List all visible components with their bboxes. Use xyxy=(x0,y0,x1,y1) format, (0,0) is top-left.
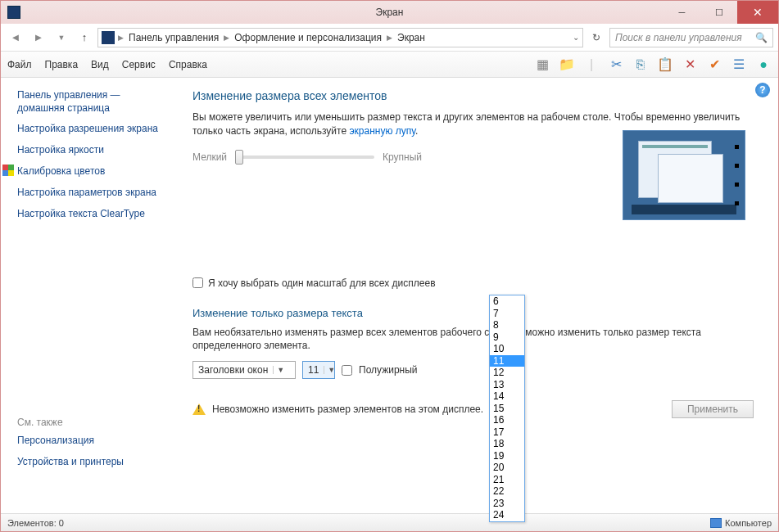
font-size-option[interactable]: 9 xyxy=(490,331,524,344)
sidebar-link-calibration[interactable]: Калибровка цветов xyxy=(17,165,165,178)
window-title: Экран xyxy=(376,7,404,18)
apply-button[interactable]: Применить xyxy=(672,400,754,418)
font-size-option[interactable]: 20 xyxy=(490,462,524,474)
breadcrumb-mid[interactable]: Оформление и персонализация xyxy=(233,32,383,43)
statusbar: Элементов: 0 Компьютер xyxy=(1,513,778,531)
menu-edit[interactable]: Правка xyxy=(45,59,79,70)
font-size-option[interactable]: 11 xyxy=(490,355,524,367)
copy-icon[interactable]: ⎘ xyxy=(632,56,649,73)
display-preview xyxy=(623,130,745,220)
font-size-option[interactable]: 22 xyxy=(490,485,524,498)
address-bar[interactable]: ▶ Панель управления ▶ Оформление и персо… xyxy=(97,28,583,47)
font-size-option[interactable]: 10 xyxy=(490,343,524,355)
heading-text-only: Изменение только размера текста xyxy=(192,307,754,319)
font-size-option[interactable]: 18 xyxy=(490,438,524,450)
menu-file[interactable]: Файл xyxy=(7,59,32,70)
description-2: Вам необязательно изменять размер всех э… xyxy=(192,326,754,354)
font-size-option[interactable]: 7 xyxy=(490,308,524,320)
maximize-button[interactable]: ☐ xyxy=(700,1,737,24)
font-size-option[interactable]: 8 xyxy=(490,319,524,331)
font-size-option[interactable]: 12 xyxy=(490,367,524,379)
seealso-devices[interactable]: Устройства и принтеры xyxy=(17,456,165,469)
size-slider[interactable] xyxy=(235,156,374,159)
up-button[interactable]: ↑ xyxy=(75,28,94,47)
font-size-option[interactable]: 24 xyxy=(490,509,524,521)
back-button[interactable]: ◄ xyxy=(6,28,25,47)
chevron-down-icon: ▼ xyxy=(324,366,335,374)
chevron-icon: ▶ xyxy=(118,34,124,42)
status-right: Компьютер xyxy=(725,518,772,528)
font-size-option[interactable]: 6 xyxy=(490,295,524,308)
delete-icon[interactable]: ✕ xyxy=(682,56,698,73)
magnifier-link[interactable]: экранную лупу xyxy=(349,125,415,137)
font-size-option[interactable]: 19 xyxy=(490,450,524,462)
address-dropdown-icon[interactable]: ⌄ xyxy=(573,33,579,42)
sidebar: Панель управления — домашняя страница На… xyxy=(1,78,173,513)
chevron-down-icon: ▼ xyxy=(273,366,284,374)
cut-icon[interactable]: ✂ xyxy=(608,56,624,73)
chevron-icon: ▶ xyxy=(387,34,392,42)
font-size-option[interactable]: 16 xyxy=(490,414,524,426)
font-size-combo[interactable]: 11▼ xyxy=(302,361,335,379)
menu-service[interactable]: Сервис xyxy=(122,59,156,70)
breadcrumb-leaf[interactable]: Экран xyxy=(396,32,427,43)
warning-text: Невозможно изменить размер элементов на … xyxy=(212,404,483,415)
search-input[interactable]: Поиск в панели управления 🔍 xyxy=(609,28,773,47)
content-area: ? Панель управления — домашняя страница … xyxy=(1,78,778,513)
folder-icon[interactable]: 📁 xyxy=(559,56,575,73)
search-placeholder: Поиск в панели управления xyxy=(615,32,742,43)
titlebar: Экран ─ ☐ ✕ xyxy=(1,1,778,24)
font-size-option[interactable]: 14 xyxy=(490,390,524,403)
element-type-combo[interactable]: Заголовки окон▼ xyxy=(192,361,296,379)
shield-icon xyxy=(2,165,14,176)
location-icon xyxy=(102,31,115,44)
single-scale-label: Я хочу выбрать один масштаб для всех дис… xyxy=(208,277,436,289)
app-icon xyxy=(7,6,20,19)
font-size-option[interactable]: 13 xyxy=(490,379,524,391)
font-size-option[interactable]: 23 xyxy=(490,498,524,510)
minimize-button[interactable]: ─ xyxy=(664,1,700,24)
computer-icon xyxy=(710,518,722,528)
menu-view[interactable]: Вид xyxy=(91,59,109,70)
font-size-dropdown-list[interactable]: 6789101112131415161718192021222324 xyxy=(489,295,525,522)
search-icon: 🔍 xyxy=(755,32,768,43)
bold-checkbox[interactable] xyxy=(342,365,352,376)
paste-icon[interactable]: 📋 xyxy=(657,56,673,73)
view-mode-icon[interactable]: ▦ xyxy=(534,56,550,73)
slider-min-label: Мелкий xyxy=(192,151,227,163)
slider-max-label: Крупный xyxy=(383,151,422,163)
warning-icon xyxy=(192,403,206,416)
sidebar-link-resolution[interactable]: Настройка разрешения экрана xyxy=(17,123,165,136)
slider-thumb[interactable] xyxy=(235,150,243,165)
menubar: Файл Правка Вид Сервис Справка ▦ 📁 | ✂ ⎘… xyxy=(1,52,778,78)
nav-toolbar: ◄ ► ▼ ↑ ▶ Панель управления ▶ Оформление… xyxy=(1,24,778,52)
chevron-icon: ▶ xyxy=(224,34,229,42)
main-panel: Изменение размера всех элементов Вы може… xyxy=(173,78,778,513)
close-button[interactable]: ✕ xyxy=(737,1,778,24)
bold-label: Полужирный xyxy=(359,364,418,376)
refresh-button[interactable]: ↻ xyxy=(587,28,606,47)
font-size-option[interactable]: 17 xyxy=(490,426,524,439)
properties-icon[interactable]: ☰ xyxy=(731,56,747,73)
check-icon[interactable]: ✔ xyxy=(706,56,722,73)
heading-size-all: Изменение размера всех элементов xyxy=(192,89,754,102)
chat-icon[interactable]: ● xyxy=(755,56,772,73)
font-size-option[interactable]: 15 xyxy=(490,403,524,415)
sidebar-link-brightness[interactable]: Настройка яркости xyxy=(17,144,165,157)
menu-help[interactable]: Справка xyxy=(169,59,207,70)
sidebar-link-home[interactable]: Панель управления — домашняя страница xyxy=(17,89,165,115)
status-left: Элементов: 0 xyxy=(7,518,64,528)
sidebar-link-cleartype[interactable]: Настройка текста ClearType xyxy=(17,208,165,221)
recent-dropdown[interactable]: ▼ xyxy=(52,28,71,47)
sep-icon: | xyxy=(583,56,600,73)
seealso-header: См. также xyxy=(17,417,165,428)
sidebar-link-params[interactable]: Настройка параметров экрана xyxy=(17,187,165,200)
forward-button[interactable]: ► xyxy=(29,28,48,47)
seealso-personalization[interactable]: Персонализация xyxy=(17,435,165,448)
font-size-option[interactable]: 21 xyxy=(490,474,524,486)
single-scale-checkbox[interactable] xyxy=(192,277,203,288)
breadcrumb-root[interactable]: Панель управления xyxy=(127,32,220,43)
